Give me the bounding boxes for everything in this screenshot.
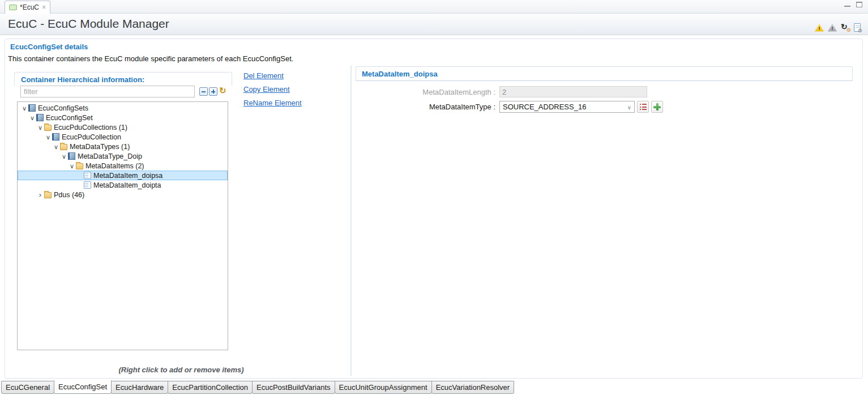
page-title: EcuC - EcuC Module Manager — [8, 17, 169, 31]
sync-gear-icon[interactable] — [841, 23, 850, 32]
tree-row[interactable]: MetaDataType_Doip — [18, 151, 228, 161]
filter-input[interactable] — [20, 86, 195, 97]
del-element-link[interactable]: Del Element — [243, 71, 302, 85]
type-label: MetaDataItemType : — [356, 103, 495, 111]
tab-ecucconfigset[interactable]: EcucConfigSet — [54, 380, 112, 394]
rename-element-link[interactable]: ReName Element — [243, 99, 302, 112]
ecuc-module-manager-window: *EcuC × EcuC - EcuC Module Manager EcucC… — [0, 0, 868, 395]
chevron-down-icon[interactable] — [20, 104, 28, 113]
form-header: EcuC - EcuC Module Manager — [0, 14, 868, 35]
error-muted-icon[interactable] — [828, 24, 837, 32]
element-actions: Del Element Copy Element ReName Element — [243, 71, 302, 112]
container-tree[interactable]: EcucConfigSets EcucConfigSet EcucPduColl… — [17, 101, 228, 350]
tree-row[interactable]: MetaDataTypes (1) — [18, 142, 228, 151]
tree-row[interactable]: EcucPduCollections (1) — [18, 122, 228, 132]
tree-label: MetaDataItem_doipsa — [93, 171, 163, 180]
section-description: This container containers the EcuC modul… — [8, 54, 293, 63]
tree-label: EcucPduCollections (1) — [54, 123, 127, 132]
module-icon — [36, 114, 44, 121]
chevron-down-icon[interactable] — [60, 152, 68, 161]
chevron-down-icon[interactable] — [52, 142, 60, 151]
chevron-down-icon[interactable] — [28, 113, 36, 122]
list-values-button[interactable] — [637, 101, 649, 113]
chevron-right-icon[interactable] — [36, 190, 44, 199]
close-icon[interactable]: × — [42, 4, 46, 11]
collapse-all-button[interactable] — [199, 87, 208, 96]
tree-label: MetaDataItems (2) — [85, 162, 144, 171]
tab-ecucpartitioncollection[interactable]: EcucPartitionCollection — [168, 381, 253, 394]
panel-separator — [350, 65, 352, 376]
module-icon — [28, 104, 36, 112]
tree-label: EcucConfigSet — [46, 113, 93, 122]
plus-icon — [653, 103, 661, 111]
type-combobox[interactable]: SOURCE_ADDRESS_16 — [499, 101, 635, 113]
minimize-icon[interactable] — [844, 2, 850, 7]
container-hierarchy-section: Container Hierarchical information: — [14, 72, 232, 86]
length-value-field — [499, 86, 647, 97]
tree-row[interactable]: EcucPduCollection — [18, 132, 228, 142]
document-icon — [84, 181, 91, 189]
tab-ecucgeneral[interactable]: EcuCGeneral — [1, 381, 54, 394]
plus-icon — [211, 90, 215, 94]
tree-row[interactable]: Pdus (46) — [18, 190, 228, 199]
tree-label: MetaDataItem_doipta — [93, 181, 161, 190]
length-label: MetaDataItemLength : — [356, 88, 495, 96]
folder-icon — [60, 144, 67, 150]
section-heading: EcucConfigSet details — [10, 43, 88, 51]
folder-icon — [44, 125, 52, 131]
module-icon — [68, 152, 75, 160]
tree-row[interactable]: EcucConfigSets — [18, 103, 228, 113]
tree-label: EcucConfigSets — [38, 104, 88, 113]
warning-icon[interactable] — [815, 24, 824, 32]
editor-file-icon — [9, 5, 17, 10]
window-controls — [844, 2, 862, 7]
refresh-icon[interactable]: ↻ — [219, 86, 229, 96]
tab-ecucpostbuildvariants[interactable]: EcucPostBuildVariants — [252, 381, 335, 394]
tab-ecucvariationresolver[interactable]: EcucVariationResolver — [431, 381, 515, 394]
chevron-down-icon — [627, 101, 631, 113]
add-value-button[interactable] — [651, 101, 663, 113]
list-icon — [640, 104, 647, 110]
tree-label: MetaDataTypes (1) — [70, 142, 130, 151]
folder-icon — [76, 163, 83, 169]
tree-label: EcucPduCollection — [62, 133, 121, 142]
document-gear-icon[interactable] — [854, 23, 861, 32]
tree-row-selected[interactable]: MetaDataItem_doipsa — [18, 171, 228, 180]
tab-ecucunitgroupassignment[interactable]: EcucUnitGroupAssignment — [335, 381, 432, 394]
container-hierarchy-title: Container Hierarchical information: — [21, 75, 144, 84]
chevron-down-icon[interactable] — [44, 133, 52, 142]
module-tab-bar: EcuCGeneral EcucConfigSet EcucHardware E… — [0, 381, 868, 395]
copy-element-link[interactable]: Copy Element — [243, 85, 302, 99]
minus-icon — [202, 91, 206, 92]
editor-tab-title: *EcuC — [20, 3, 39, 11]
tree-row[interactable]: MetaDataItem_doipta — [18, 180, 228, 190]
document-icon — [84, 172, 91, 179]
type-combobox-value: SOURCE_ADDRESS_16 — [503, 103, 586, 111]
editor-tab-ecuc[interactable]: *EcuC × — [5, 1, 50, 14]
length-field-row: MetaDataItemLength : — [356, 86, 647, 97]
expand-all-button[interactable] — [209, 87, 217, 96]
right-click-hint: (Right click to add or remove items) — [14, 366, 348, 374]
tree-row[interactable]: EcucConfigSet — [18, 113, 228, 122]
module-icon — [52, 133, 59, 141]
chevron-down-icon[interactable] — [68, 162, 76, 171]
editor-tab-bar: *EcuC × — [0, 0, 868, 14]
type-field-row: MetaDataItemType : SOURCE_ADDRESS_16 — [356, 101, 663, 113]
chevron-down-icon[interactable] — [36, 123, 44, 132]
tree-label: Pdus (46) — [54, 190, 84, 199]
folder-icon — [44, 192, 52, 198]
tree-label: MetaDataType_Doip — [78, 152, 142, 161]
tab-ecuchardware[interactable]: EcucHardware — [111, 381, 168, 394]
maximize-icon[interactable] — [856, 2, 862, 7]
details-section: MetaDataItem_doipsa — [356, 66, 853, 81]
details-title: MetaDataItem_doipsa — [362, 70, 438, 78]
tree-row[interactable]: MetaDataItems (2) — [18, 161, 228, 171]
header-toolbar — [815, 23, 861, 32]
